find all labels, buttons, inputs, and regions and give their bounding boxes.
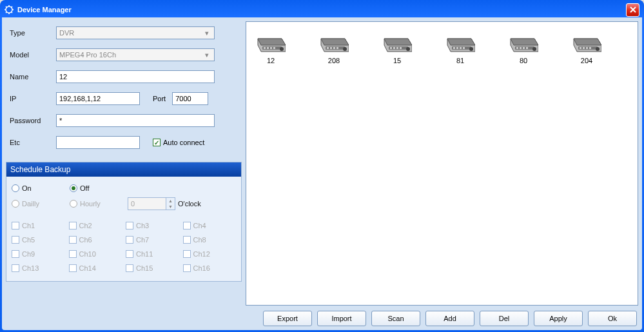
svg-rect-4 [267,47,269,49]
export-button[interactable]: Export [263,311,312,326]
channel-checkbox[interactable]: Ch14 [69,264,122,272]
gear-icon [5,5,14,14]
hourly-radio[interactable] [70,200,77,208]
daily-radio[interactable] [12,200,19,208]
channel-label: Ch1 [22,222,35,229]
checkbox-icon [69,264,77,272]
channel-checkbox[interactable]: Ch2 [69,222,122,229]
window-title: Device Manager [17,6,626,14]
oclock-label: O'clock [178,200,201,208]
device-list-panel: 12 208 15 81 80 204 [246,21,638,306]
checkbox-icon [69,222,77,229]
hour-spinner-buttons[interactable]: ▲ ▼ [166,197,175,210]
channel-label: Ch11 [136,250,153,258]
port-label: Port [153,95,166,103]
device-manager-window: Device Manager Type DVR ▾ Model MPEG4 Pr… [0,0,644,332]
checkbox-icon [69,250,77,258]
auto-connect-label: Auto connect [163,139,204,146]
channel-checkbox[interactable]: Ch1 [12,222,65,229]
model-select[interactable]: MPEG4 Pro 16Ch ▾ [56,48,215,61]
channel-checkbox[interactable]: Ch16 [183,264,237,272]
auto-connect-checkbox[interactable]: ✓ Auto connect [153,139,204,146]
etc-input[interactable] [56,136,140,149]
device-label: 15 [393,57,401,64]
svg-point-2 [280,47,284,51]
chevron-down-icon: ▾ [202,50,211,59]
svg-rect-21 [453,47,455,49]
svg-rect-17 [396,47,398,49]
checkbox-icon [183,222,191,229]
schedule-backup-panel: Schedule Backup On Off [6,162,242,282]
channel-label: Ch9 [22,250,35,258]
channel-checkbox[interactable]: Ch8 [183,236,237,244]
channel-checkbox[interactable]: Ch12 [183,250,237,258]
channel-label: Ch2 [79,222,92,229]
ip-input[interactable] [56,92,140,105]
channel-checkbox[interactable]: Ch5 [12,236,65,244]
add-button[interactable]: Add [425,311,474,326]
device-icon [509,34,538,53]
device-label: 208 [328,57,340,64]
chevron-up-icon: ▲ [166,198,175,204]
svg-rect-11 [333,47,335,49]
schedule-on-radio[interactable] [12,184,19,192]
channel-checkbox[interactable]: Ch6 [69,236,122,244]
daily-label: Dailly [22,200,39,208]
svg-point-20 [469,47,473,51]
channel-checkbox[interactable]: Ch10 [69,250,122,258]
ok-button[interactable]: Ok [588,311,637,326]
del-button[interactable]: Del [480,311,529,326]
svg-rect-24 [463,47,465,49]
checkbox-icon [183,236,191,244]
channel-checkbox[interactable]: Ch3 [126,222,179,229]
hour-spinner-input[interactable] [128,197,166,210]
titlebar: Device Manager [2,2,642,17]
schedule-off-radio[interactable] [70,184,77,192]
svg-rect-30 [526,47,528,49]
checkbox-icon [126,250,133,258]
checkmark-icon: ✓ [153,139,161,146]
name-input[interactable] [56,70,215,83]
import-button[interactable]: Import [317,311,366,326]
model-label: Model [10,51,56,59]
svg-rect-16 [393,47,395,49]
channel-checkbox[interactable]: Ch13 [12,264,65,272]
scan-button[interactable]: Scan [371,311,420,326]
apply-button[interactable]: Apply [534,311,583,326]
password-input[interactable] [56,114,215,127]
svg-point-14 [406,47,410,51]
device-item[interactable]: 204 [567,34,606,64]
channel-checkbox[interactable]: Ch15 [126,264,179,272]
checkbox-icon [12,250,19,258]
schedule-title: Schedule Backup [6,162,241,177]
right-pane: 12 208 15 81 80 204 Export Import Scan A… [246,21,638,326]
device-label: 81 [456,57,464,64]
svg-rect-10 [330,47,332,49]
svg-rect-6 [273,47,275,49]
channel-checkbox[interactable]: Ch4 [183,222,237,229]
svg-rect-23 [460,47,462,49]
device-icon [382,34,412,53]
svg-rect-12 [337,47,338,49]
chevron-down-icon: ▼ [166,204,175,210]
device-item[interactable]: 15 [378,34,416,64]
device-item[interactable]: 81 [441,34,480,64]
svg-rect-5 [270,47,272,49]
svg-rect-3 [264,47,266,49]
channel-checkbox[interactable]: Ch9 [12,250,65,258]
device-item[interactable]: 208 [315,34,353,64]
channel-checkbox[interactable]: Ch7 [126,236,179,244]
close-button[interactable] [626,3,639,17]
type-select[interactable]: DVR ▾ [56,26,215,39]
device-icon [256,34,286,53]
device-item[interactable]: 80 [504,34,543,64]
checkbox-icon [183,264,191,272]
svg-rect-22 [456,47,458,49]
model-value: MPEG4 Pro 16Ch [59,51,116,59]
channel-checkbox[interactable]: Ch11 [126,250,179,258]
port-input[interactable] [172,92,208,105]
channel-label: Ch5 [22,236,35,244]
type-label: Type [10,29,56,37]
device-item[interactable]: 12 [251,34,290,64]
svg-point-32 [596,47,600,51]
